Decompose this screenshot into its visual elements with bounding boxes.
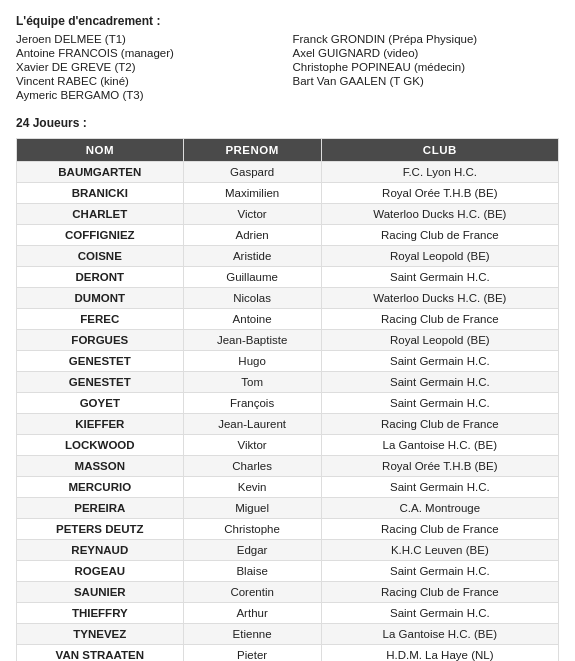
player-club: C.A. Montrouge	[321, 498, 558, 519]
player-prenom: Adrien	[183, 225, 321, 246]
player-club: Saint Germain H.C.	[321, 477, 558, 498]
player-prenom: Pieter	[183, 645, 321, 662]
player-nom: LOCKWOOD	[17, 435, 184, 456]
staff-member: Xavier DE GREVE (T2)	[16, 60, 283, 74]
player-prenom: Aristide	[183, 246, 321, 267]
player-nom: GENESTET	[17, 372, 184, 393]
player-club: H.D.M. La Haye (NL)	[321, 645, 558, 662]
player-club: Waterloo Ducks H.C. (BE)	[321, 288, 558, 309]
table-row: DUMONTNicolasWaterloo Ducks H.C. (BE)	[17, 288, 559, 309]
col-header-prenom: PRENOM	[183, 139, 321, 162]
player-club: Racing Club de France	[321, 582, 558, 603]
staff-member: Bart Van GAALEN (T GK)	[293, 74, 560, 88]
player-club: Royal Leopold (BE)	[321, 246, 558, 267]
staff-section: L'équipe d'encadrement : Jeroen DELMEE (…	[16, 14, 559, 102]
player-club: Royal Orée T.H.B (BE)	[321, 183, 558, 204]
table-row: REYNAUDEdgarK.H.C Leuven (BE)	[17, 540, 559, 561]
player-nom: BRANICKI	[17, 183, 184, 204]
table-row: MERCURIOKevinSaint Germain H.C.	[17, 477, 559, 498]
player-club: Saint Germain H.C.	[321, 393, 558, 414]
player-prenom: Etienne	[183, 624, 321, 645]
player-prenom: Hugo	[183, 351, 321, 372]
staff-member: Vincent RABEC (kiné)	[16, 74, 283, 88]
player-club: Racing Club de France	[321, 309, 558, 330]
table-row: BAUMGARTENGaspardF.C. Lyon H.C.	[17, 162, 559, 183]
table-row: GOYETFrançoisSaint Germain H.C.	[17, 393, 559, 414]
player-prenom: Victor	[183, 204, 321, 225]
table-row: GENESTETTomSaint Germain H.C.	[17, 372, 559, 393]
table-row: GENESTETHugoSaint Germain H.C.	[17, 351, 559, 372]
player-nom: CHARLET	[17, 204, 184, 225]
player-prenom: Maximilien	[183, 183, 321, 204]
player-club: Saint Germain H.C.	[321, 372, 558, 393]
player-prenom: Nicolas	[183, 288, 321, 309]
staff-title: L'équipe d'encadrement :	[16, 14, 559, 28]
player-club: Saint Germain H.C.	[321, 351, 558, 372]
player-nom: TYNEVEZ	[17, 624, 184, 645]
col-header-club: CLUB	[321, 139, 558, 162]
player-club: Royal Orée T.H.B (BE)	[321, 456, 558, 477]
player-prenom: Jean-Laurent	[183, 414, 321, 435]
player-nom: DUMONT	[17, 288, 184, 309]
table-row: DERONTGuillaumeSaint Germain H.C.	[17, 267, 559, 288]
table-row: MASSONCharlesRoyal Orée T.H.B (BE)	[17, 456, 559, 477]
player-nom: KIEFFER	[17, 414, 184, 435]
player-prenom: Jean-Baptiste	[183, 330, 321, 351]
player-nom: MASSON	[17, 456, 184, 477]
player-prenom: Antoine	[183, 309, 321, 330]
player-nom: MERCURIO	[17, 477, 184, 498]
table-row: FORGUESJean-BaptisteRoyal Leopold (BE)	[17, 330, 559, 351]
player-nom: COISNE	[17, 246, 184, 267]
staff-member: Jeroen DELMEE (T1)	[16, 32, 283, 46]
player-club: F.C. Lyon H.C.	[321, 162, 558, 183]
player-nom: FORGUES	[17, 330, 184, 351]
player-nom: THIEFFRY	[17, 603, 184, 624]
col-header-nom: NOM	[17, 139, 184, 162]
staff-member: Christophe POPINEAU (médecin)	[293, 60, 560, 74]
player-prenom: Guillaume	[183, 267, 321, 288]
player-club: Racing Club de France	[321, 519, 558, 540]
player-club: La Gantoise H.C. (BE)	[321, 624, 558, 645]
player-prenom: Charles	[183, 456, 321, 477]
table-row: PETERS DEUTZChristopheRacing Club de Fra…	[17, 519, 559, 540]
table-row: THIEFFRYArthurSaint Germain H.C.	[17, 603, 559, 624]
table-header-row: NOM PRENOM CLUB	[17, 139, 559, 162]
staff-member: Axel GUIGNARD (video)	[293, 46, 560, 60]
player-nom: PEREIRA	[17, 498, 184, 519]
player-prenom: Blaise	[183, 561, 321, 582]
player-nom: BAUMGARTEN	[17, 162, 184, 183]
player-prenom: Christophe	[183, 519, 321, 540]
table-row: PEREIRAMiguelC.A. Montrouge	[17, 498, 559, 519]
staff-right-col: Franck GRONDIN (Prépa Physique)Axel GUIG…	[293, 32, 560, 102]
player-club: Racing Club de France	[321, 414, 558, 435]
staff-member: Antoine FRANCOIS (manager)	[16, 46, 283, 60]
player-prenom: Gaspard	[183, 162, 321, 183]
player-prenom: Edgar	[183, 540, 321, 561]
table-row: BRANICKIMaximilienRoyal Orée T.H.B (BE)	[17, 183, 559, 204]
table-row: ROGEAUBlaiseSaint Germain H.C.	[17, 561, 559, 582]
player-nom: COFFIGNIEZ	[17, 225, 184, 246]
table-row: KIEFFERJean-LaurentRacing Club de France	[17, 414, 559, 435]
player-club: Saint Germain H.C.	[321, 603, 558, 624]
player-nom: DERONT	[17, 267, 184, 288]
player-club: Saint Germain H.C.	[321, 561, 558, 582]
table-row: VAN STRAATENPieterH.D.M. La Haye (NL)	[17, 645, 559, 662]
player-nom: SAUNIER	[17, 582, 184, 603]
player-club: Racing Club de France	[321, 225, 558, 246]
staff-member: Franck GRONDIN (Prépa Physique)	[293, 32, 560, 46]
staff-grid: Jeroen DELMEE (T1)Antoine FRANCOIS (mana…	[16, 32, 559, 102]
player-club: Waterloo Ducks H.C. (BE)	[321, 204, 558, 225]
table-row: SAUNIERCorentinRacing Club de France	[17, 582, 559, 603]
staff-member: Aymeric BERGAMO (T3)	[16, 88, 283, 102]
player-nom: FEREC	[17, 309, 184, 330]
player-nom: PETERS DEUTZ	[17, 519, 184, 540]
player-prenom: François	[183, 393, 321, 414]
table-row: COISNEAristideRoyal Leopold (BE)	[17, 246, 559, 267]
player-nom: GENESTET	[17, 351, 184, 372]
player-club: K.H.C Leuven (BE)	[321, 540, 558, 561]
players-tbody: BAUMGARTENGaspardF.C. Lyon H.C.BRANICKIM…	[17, 162, 559, 662]
player-prenom: Viktor	[183, 435, 321, 456]
player-prenom: Corentin	[183, 582, 321, 603]
players-title: 24 Joueurs :	[16, 116, 559, 130]
table-row: CHARLETVictorWaterloo Ducks H.C. (BE)	[17, 204, 559, 225]
